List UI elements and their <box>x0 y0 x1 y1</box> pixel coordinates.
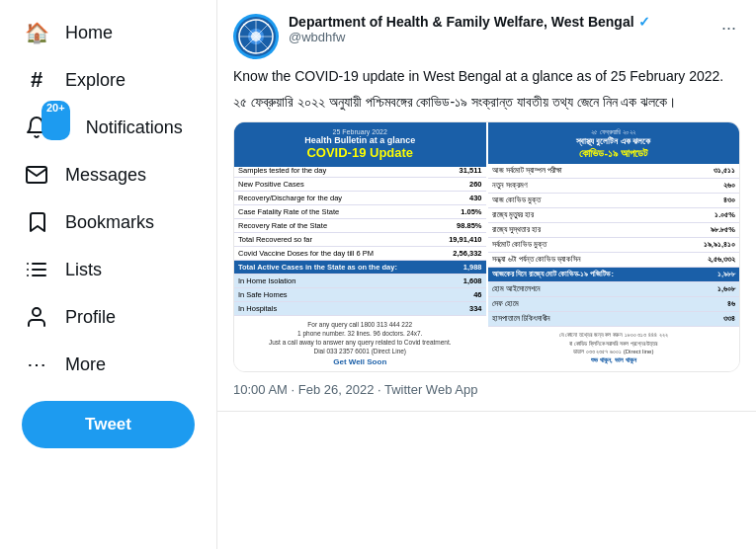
sidebar-item-notifications-label: Notifications <box>86 118 183 138</box>
table-row: Total Recovered so far19,91,410 <box>234 233 486 247</box>
table-row: সর্বমোট কোভিড মুক্ত১৯,৯১,৪১০ <box>488 238 740 253</box>
sidebar-item-explore[interactable]: # Explore <box>12 57 205 103</box>
active-cases-row: Total Active Cases in the State as on th… <box>234 261 486 274</box>
sidebar-item-bookmarks-label: Bookmarks <box>65 212 154 233</box>
bulletin-footer-bn: যে কোনো তথ্যের জন্য কল করুন ১৮০০ ৩১৩ ৪৪৪… <box>488 327 740 369</box>
account-name: Department of Health & Family Welfare, W… <box>289 14 708 30</box>
tweet-body: Know the COVID-19 update in West Bengal … <box>233 67 740 112</box>
mail-icon <box>24 162 49 188</box>
tweet-image: 25 February 2022 Health Bulletin at a gl… <box>233 121 740 372</box>
table-row: Recovery Rate of the State98.85% <box>234 219 486 233</box>
english-bulletin: 25 February 2022 Health Bulletin at a gl… <box>234 122 486 371</box>
sidebar-item-lists[interactable]: Lists <box>12 247 205 292</box>
table-row: সেফ হোমে৪৬ <box>488 297 740 312</box>
tweet-button[interactable]: Tweet <box>22 401 196 448</box>
sidebar-item-messages[interactable]: Messages <box>12 152 205 197</box>
bulletin-table-en: Samples tested for the day31,511 New Pos… <box>234 164 486 316</box>
bulletin-header-en: 25 February 2022 Health Bulletin at a gl… <box>234 122 486 164</box>
main-feed: Department of Health & Family Welfare, W… <box>217 0 756 549</box>
tweet-more-button[interactable]: ··· <box>717 14 740 42</box>
lists-icon <box>24 257 49 282</box>
table-row: হাসপাতালে চিকিৎসাধীন৩৩৪ <box>488 312 740 327</box>
sidebar-item-lists-label: Lists <box>65 260 102 280</box>
table-row: আজ সর্বমোট স্যাম্পল পরীক্ষা৩১,৫১১ <box>488 164 740 179</box>
bulletin-table-bn: আজ সর্বমোট স্যাম্পল পরীক্ষা৩১,৫১১ নতুন স… <box>488 164 740 327</box>
table-row: সন্ধ্যা ৬টা পর্যন্ত কোভিড ভ্যাকসিন২,৫৬,৩… <box>488 253 740 268</box>
table-row: রাজ্যে সুস্থতার হার৯৮.৮৫% <box>488 223 740 238</box>
avatar <box>233 14 279 59</box>
sidebar-item-more-label: More <box>65 354 106 375</box>
account-info: Department of Health & Family Welfare, W… <box>289 14 708 44</box>
bulletin-footer-en: For any query call 1800 313 444 222 1 ph… <box>234 316 486 371</box>
table-row: হোম আইসোলেশনে১,৬০৮ <box>488 282 740 297</box>
tweet-text-bengali: ২৫ ফেব্রুয়ারি ২০২২ অনুযায়ী পশ্চিমবঙ্গে… <box>233 93 740 113</box>
explore-icon: # <box>24 67 49 93</box>
sidebar-item-explore-label: Explore <box>65 70 126 91</box>
notification-badge: 20+ <box>42 101 70 140</box>
tweet-timestamp: 10:00 AM · Feb 26, 2022 · Twitter Web Ap… <box>233 382 740 397</box>
tweet-text-english: Know the COVID-19 update in West Bengal … <box>233 67 740 87</box>
table-row: নতুন সংক্রমণ২৬০ <box>488 179 740 194</box>
active-cases-row-bn: আজকের দিনে রাজ্যে মোট কোভিড-১৯ পজিটিভ:১,… <box>488 268 740 282</box>
more-icon: ⋯ <box>24 352 49 377</box>
sidebar-item-home-label: Home <box>65 23 113 43</box>
table-row: In Home Isolation1,608 <box>234 274 486 288</box>
table-row: Covid Vaccine Doses for the day till 6 P… <box>234 247 486 261</box>
table-row: Case Fatality Rate of the State1.05% <box>234 205 486 219</box>
sidebar: 🏠 Home # Explore 20+ Notifications Messa… <box>0 0 217 549</box>
sidebar-item-notifications[interactable]: 20+ Notifications <box>12 105 205 150</box>
tweet-card: Department of Health & Family Welfare, W… <box>217 0 756 412</box>
table-row: রাজ্যে মৃত্যুর হার১.০৫% <box>488 208 740 223</box>
table-row: Recovery/Discharge for the day430 <box>234 192 486 205</box>
sidebar-item-more[interactable]: ⋯ More <box>12 342 205 387</box>
table-row: In Hospitals334 <box>234 302 486 316</box>
profile-icon <box>24 304 49 330</box>
verified-icon: ✓ <box>638 14 650 30</box>
table-row: আজ কোভিড মুক্ত৪৩০ <box>488 194 740 208</box>
bulletin-header-bn: ২৫ ফেব্রুয়ারি ২০২২ স্বাস্থ্য বুলেটিন এক… <box>488 122 740 164</box>
account-handle: @wbdhfw <box>289 30 708 44</box>
sidebar-item-messages-label: Messages <box>65 165 146 186</box>
svg-point-6 <box>33 308 41 316</box>
tweet-header: Department of Health & Family Welfare, W… <box>233 14 740 59</box>
sidebar-item-profile-label: Profile <box>65 307 116 328</box>
sidebar-item-home[interactable]: 🏠 Home <box>12 10 205 55</box>
bengali-bulletin: ২৫ ফেব্রুয়ারি ২০২২ স্বাস্থ্য বুলেটিন এক… <box>488 122 740 371</box>
table-row: In Safe Homes46 <box>234 288 486 302</box>
home-icon: 🏠 <box>24 20 49 45</box>
table-row: New Positive Cases260 <box>234 178 486 192</box>
table-row: Samples tested for the day31,511 <box>234 164 486 178</box>
sidebar-item-bookmarks[interactable]: Bookmarks <box>12 199 205 245</box>
bookmark-icon <box>24 209 49 235</box>
sidebar-item-profile[interactable]: Profile <box>12 294 205 340</box>
